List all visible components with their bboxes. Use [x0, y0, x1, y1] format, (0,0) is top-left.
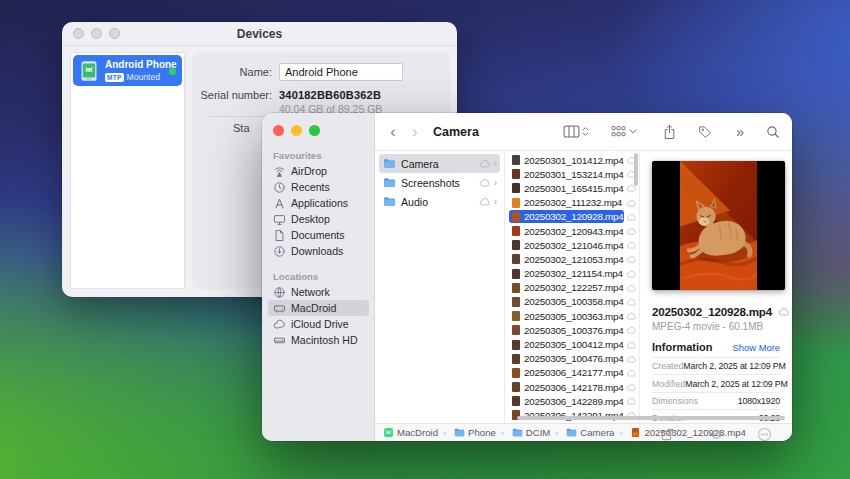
back-button[interactable]: ‹	[385, 124, 401, 140]
file-row[interactable]: 20250302_121053.mp4	[509, 252, 637, 266]
sidebar-item[interactable]: Downloads	[268, 243, 369, 259]
sidebar-item[interactable]: iCloud Drive	[268, 316, 369, 332]
device-list: Android Phone MTP Mounted	[70, 52, 185, 289]
device-item-android-phone[interactable]: Android Phone MTP Mounted	[73, 55, 182, 86]
video-thumbnail	[512, 340, 520, 350]
path-item[interactable]: Camera	[550, 427, 614, 438]
file-row[interactable]: 20250302_122257.mp4	[509, 281, 637, 295]
serial-number-value: 340182BB60B362B	[279, 89, 381, 101]
minimize-button[interactable]	[91, 28, 102, 39]
sidebar-item[interactable]: Macintosh HD	[268, 332, 369, 348]
applications-icon	[273, 197, 286, 210]
file-row[interactable]: 20250301_153214.mp4	[509, 167, 637, 181]
tags-button[interactable]	[698, 125, 712, 139]
sidebar-item-label: Desktop	[291, 213, 330, 225]
device-connected-dot	[169, 68, 176, 75]
file-name: 20250306_142289.mp4	[524, 396, 624, 407]
downloads-icon	[273, 245, 286, 258]
search-button[interactable]	[766, 125, 780, 139]
file-name: 20250306_142177.mp4	[524, 367, 624, 378]
zoom-button[interactable]	[109, 28, 120, 39]
device-name-input[interactable]	[279, 63, 403, 81]
path-item[interactable]: Phone	[438, 427, 496, 438]
favourites-group: AirDrop Recents Applications	[268, 163, 369, 259]
folder-name: Screenshots	[401, 177, 479, 189]
file-row[interactable]: 20250302_120943.mp4	[509, 224, 637, 238]
cloud-icon	[626, 270, 637, 278]
chevron-right-icon: ›	[494, 178, 497, 187]
file-row[interactable]: 20250301_101412.mp4	[509, 153, 637, 167]
toolbar-buttons: »	[563, 124, 780, 140]
folder-row[interactable]: Audio ›	[379, 192, 500, 211]
window-title: Camera	[433, 125, 479, 139]
file-row[interactable]: 20250306_142289.mp4	[509, 394, 637, 408]
folder-icon	[383, 196, 396, 207]
sidebar-list: Favourites AirDrop Recents	[268, 144, 369, 348]
sidebar-item[interactable]: Applications	[268, 195, 369, 211]
folder-icon	[512, 427, 523, 438]
close-button[interactable]	[273, 125, 284, 136]
video-thumbnail	[512, 325, 520, 335]
more-toolbar-button[interactable]: »	[736, 125, 744, 139]
folder-row[interactable]: Screenshots ›	[379, 173, 500, 192]
video-preview[interactable]	[652, 161, 785, 290]
folder-name: Audio	[401, 196, 479, 208]
file-row[interactable]: 20250305_100476.mp4	[509, 352, 637, 366]
view-stepper-icon[interactable]	[580, 125, 589, 138]
preview-kind-size: MPEG-4 movie - 60.1MB	[652, 321, 780, 332]
file-row[interactable]: 20250305_100376.mp4	[509, 323, 637, 337]
file-row[interactable]: 20250302_121046.mp4	[509, 238, 637, 252]
file-row[interactable]: 20250306_142177.mp4	[509, 366, 637, 380]
vertical-scrollbar[interactable]	[634, 153, 638, 186]
video-thumbnail	[512, 169, 520, 179]
video-thumbnail	[512, 382, 520, 392]
file-row[interactable]: 20250305_100412.mp4	[509, 337, 637, 351]
path-item[interactable]: MacDroid	[383, 427, 438, 438]
minimize-button[interactable]	[291, 125, 302, 136]
file-row[interactable]: 20250306_142178.mp4	[509, 380, 637, 394]
file-row[interactable]: 20250305_100363.mp4	[509, 309, 637, 323]
sidebar-item[interactable]: Recents	[268, 179, 369, 195]
forward-button[interactable]: ›	[407, 124, 423, 140]
video-thumbnail	[512, 396, 520, 406]
sidebar-item[interactable]: Desktop	[268, 211, 369, 227]
sidebar-item[interactable]: AirDrop	[268, 163, 369, 179]
folder-row[interactable]: Camera ›	[379, 154, 500, 173]
chevron-down-icon[interactable]	[626, 129, 637, 134]
show-more-link[interactable]: Show More	[733, 342, 780, 353]
file-row[interactable]: 20250302_111232.mp4	[509, 196, 637, 210]
info-label: Created	[652, 361, 683, 371]
info-label: Dimensions	[652, 396, 698, 406]
file-row[interactable]: 20250302_121154.mp4	[509, 267, 637, 281]
info-row: Created March 2, 2025 at 12:09 PM	[652, 357, 780, 374]
zoom-button[interactable]	[309, 125, 320, 136]
share-button[interactable]	[663, 124, 676, 140]
file-row[interactable]: 20250305_100358.mp4	[509, 295, 637, 309]
sidebar-item[interactable]: Network	[268, 284, 369, 300]
chevron-right-icon: ›	[494, 197, 497, 206]
info-value: 1080x1920	[738, 396, 780, 406]
chevron-right-icon: ›	[494, 159, 497, 168]
column-view-button[interactable]	[563, 125, 580, 138]
devices-titlebar[interactable]: Devices	[62, 22, 457, 46]
file-row[interactable]: 20250301_165415.mp4	[509, 181, 637, 195]
sidebar-item[interactable]: MacDroid	[268, 300, 369, 316]
devices-window-title: Devices	[62, 27, 457, 41]
folders-column: Camera › Screenshots ›	[375, 151, 505, 423]
trim-button[interactable]	[709, 427, 724, 442]
horizontal-scrollbar[interactable]	[517, 416, 785, 420]
sidebar-item[interactable]: Documents	[268, 227, 369, 243]
cloud-icon	[626, 284, 637, 292]
close-button[interactable]	[73, 28, 84, 39]
favourites-header: Favourites	[273, 150, 364, 161]
finder-sidebar: Favourites AirDrop Recents	[262, 113, 375, 441]
cloud-icon	[479, 159, 491, 168]
cloud-icon	[626, 397, 637, 405]
path-item[interactable]: DCIM	[496, 427, 551, 438]
locations-header: Locations	[273, 271, 364, 282]
window-controls	[73, 28, 120, 39]
open-button[interactable]	[660, 427, 675, 442]
more-actions-button[interactable]	[757, 427, 772, 442]
file-row[interactable]: 20250302_120928.mp4	[509, 210, 637, 224]
group-by-button[interactable]	[611, 125, 626, 138]
